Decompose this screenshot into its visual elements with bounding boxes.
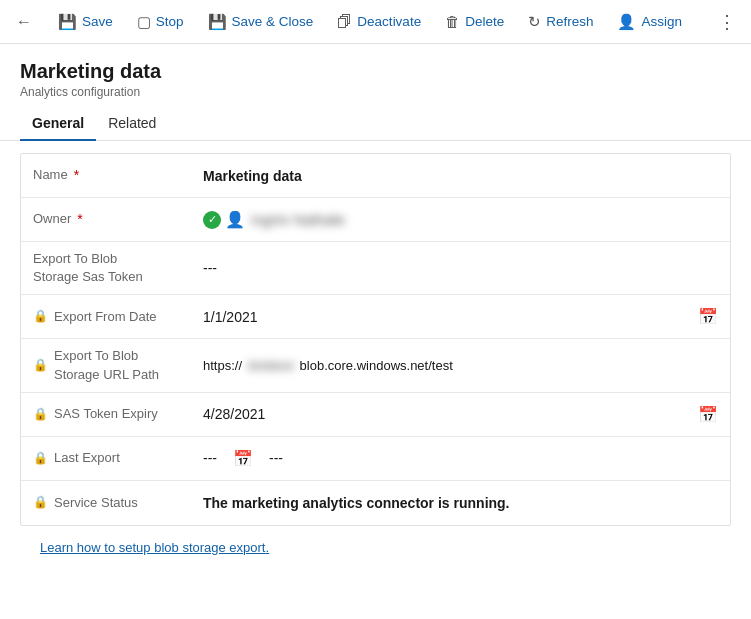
save-close-label: Save & Close — [232, 14, 314, 29]
value-name: Marketing data — [203, 168, 718, 184]
label-name: Name * — [33, 166, 203, 186]
tab-related[interactable]: Related — [96, 107, 168, 141]
save-close-button[interactable]: 💾 Save & Close — [198, 7, 324, 37]
value-sas-expiry: 4/28/2021 📅 — [203, 405, 718, 424]
delete-button[interactable]: 🗑 Delete — [435, 7, 514, 36]
assign-button[interactable]: 👤 Assign — [607, 7, 692, 37]
refresh-icon: ↻ — [528, 13, 541, 31]
label-sas-expiry: 🔒 SAS Token Expiry — [33, 405, 203, 423]
form-content: Name * Marketing data Owner * ✓ 👤 Ingrim… — [0, 153, 751, 555]
field-export-from-date: 🔒 Export From Date 1/1/2021 📅 — [21, 295, 730, 339]
field-owner: Owner * ✓ 👤 Ingrim Nathalie — [21, 198, 730, 242]
assign-icon: 👤 — [617, 13, 636, 31]
refresh-button[interactable]: ↻ Refresh — [518, 7, 603, 37]
save-button[interactable]: 💾 Save — [48, 7, 123, 37]
field-sas-token: Export To BlobStorage Sas Token --- — [21, 242, 730, 295]
required-star-name: * — [74, 166, 79, 186]
field-last-export: 🔒 Last Export --- 📅 --- — [21, 437, 730, 481]
owner-name: Ingrim Nathalie — [251, 212, 345, 228]
field-sas-expiry: 🔒 SAS Token Expiry 4/28/2021 📅 — [21, 393, 730, 437]
field-export-url: 🔒 Export To BlobStorage URL Path https:/… — [21, 339, 730, 392]
value-export-from-date: 1/1/2021 📅 — [203, 307, 718, 326]
stop-icon: ▢ — [137, 13, 151, 31]
check-circle-icon: ✓ — [203, 211, 221, 229]
label-owner: Owner * — [33, 210, 203, 230]
label-sas-token: Export To BlobStorage Sas Token — [33, 250, 203, 286]
last-export-value1: --- — [203, 450, 217, 466]
value-service-status: The marketing analytics connector is run… — [203, 495, 718, 511]
deactivate-label: Deactivate — [357, 14, 421, 29]
owner-icons: ✓ 👤 — [203, 210, 245, 229]
lock-icon-export-from-date: 🔒 — [33, 308, 48, 325]
page-subtitle: Analytics configuration — [20, 85, 731, 99]
refresh-label: Refresh — [546, 14, 593, 29]
more-icon: ⋮ — [718, 11, 736, 33]
stop-label: Stop — [156, 14, 184, 29]
value-export-url: https://blobtestblob.core.windows.net/te… — [203, 358, 718, 373]
page-header: Marketing data Analytics configuration — [0, 44, 751, 107]
label-service-status: 🔒 Service Status — [33, 494, 203, 512]
calendar-icon-last-export[interactable]: 📅 — [233, 449, 253, 468]
help-link[interactable]: Learn how to setup blob storage export. — [40, 540, 731, 555]
value-owner: ✓ 👤 Ingrim Nathalie — [203, 210, 718, 229]
help-link-text: Learn how to setup blob storage export. — [40, 540, 269, 555]
field-service-status: 🔒 Service Status The marketing analytics… — [21, 481, 730, 525]
save-close-icon: 💾 — [208, 13, 227, 31]
person-icon: 👤 — [225, 210, 245, 229]
tabs-container: General Related — [0, 107, 751, 141]
field-name: Name * Marketing data — [21, 154, 730, 198]
label-last-export: 🔒 Last Export — [33, 449, 203, 467]
assign-label: Assign — [641, 14, 682, 29]
calendar-icon-sas-expiry[interactable]: 📅 — [698, 405, 718, 424]
last-export-value2: --- — [269, 450, 283, 466]
page-title: Marketing data — [20, 60, 731, 83]
more-button[interactable]: ⋮ — [711, 6, 743, 38]
lock-icon-last-export: 🔒 — [33, 450, 48, 467]
tab-general[interactable]: General — [20, 107, 96, 141]
delete-icon: 🗑 — [445, 13, 460, 30]
lock-icon-service-status: 🔒 — [33, 494, 48, 511]
save-icon: 💾 — [58, 13, 77, 31]
value-last-export: --- 📅 --- — [203, 449, 718, 468]
save-label: Save — [82, 14, 113, 29]
delete-label: Delete — [465, 14, 504, 29]
stop-button[interactable]: ▢ Stop — [127, 7, 194, 37]
deactivate-icon: 🗍 — [337, 13, 352, 30]
url-blurred-part: blobtest — [248, 358, 294, 373]
deactivate-button[interactable]: 🗍 Deactivate — [327, 7, 431, 36]
calendar-icon-export-from-date[interactable]: 📅 — [698, 307, 718, 326]
label-export-from-date: 🔒 Export From Date — [33, 308, 203, 326]
label-export-url: 🔒 Export To BlobStorage URL Path — [33, 347, 203, 383]
required-star-owner: * — [77, 210, 82, 230]
value-sas-token: --- — [203, 260, 718, 276]
toolbar: ← 💾 Save ▢ Stop 💾 Save & Close 🗍 Deactiv… — [0, 0, 751, 44]
form-section: Name * Marketing data Owner * ✓ 👤 Ingrim… — [20, 153, 731, 526]
lock-icon-export-url: 🔒 — [33, 357, 48, 374]
back-button[interactable]: ← — [8, 6, 40, 38]
lock-icon-sas-expiry: 🔒 — [33, 406, 48, 423]
